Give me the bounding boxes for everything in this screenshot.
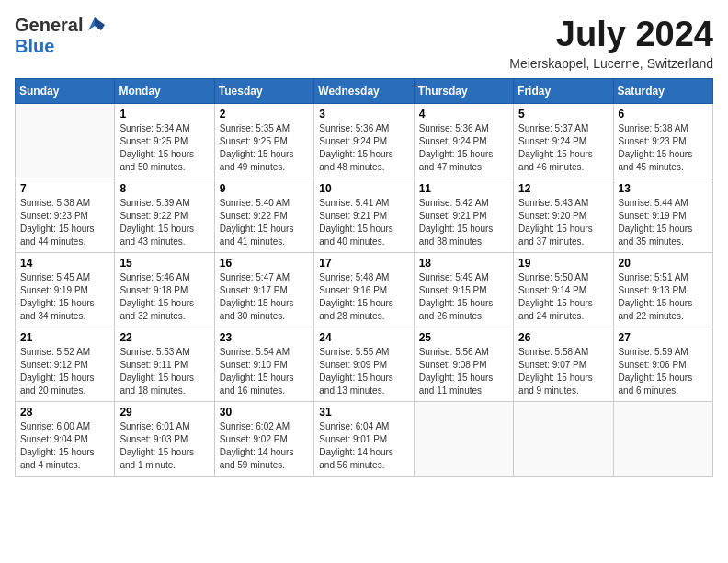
calendar-cell [514, 402, 613, 477]
weekday-friday: Friday [514, 79, 613, 104]
day-info: Sunrise: 5:44 AMSunset: 9:19 PMDaylight:… [619, 197, 708, 248]
day-number: 27 [619, 331, 708, 344]
day-number: 25 [419, 331, 508, 344]
day-number: 9 [220, 182, 309, 195]
calendar-cell: 13Sunrise: 5:44 AMSunset: 9:19 PMDayligh… [613, 178, 712, 253]
day-info: Sunrise: 5:56 AMSunset: 9:08 PMDaylight:… [419, 346, 508, 397]
weekday-tuesday: Tuesday [214, 79, 313, 104]
calendar-cell: 8Sunrise: 5:39 AMSunset: 9:22 PMDaylight… [115, 178, 214, 253]
day-info: Sunrise: 5:49 AMSunset: 9:15 PMDaylight:… [419, 271, 508, 323]
calendar-cell: 22Sunrise: 5:53 AMSunset: 9:11 PMDayligh… [115, 327, 214, 402]
calendar-cell: 9Sunrise: 5:40 AMSunset: 9:22 PMDaylight… [214, 178, 313, 253]
calendar-table: Sunday Monday Tuesday Wednesday Thursday… [15, 78, 713, 477]
calendar-body: 1Sunrise: 5:34 AMSunset: 9:25 PMDaylight… [16, 104, 713, 477]
calendar-cell: 11Sunrise: 5:42 AMSunset: 9:21 PMDayligh… [414, 178, 513, 253]
day-info: Sunrise: 5:42 AMSunset: 9:21 PMDaylight:… [419, 197, 508, 248]
day-number: 3 [319, 108, 408, 121]
day-number: 28 [20, 406, 109, 419]
day-info: Sunrise: 5:59 AMSunset: 9:06 PMDaylight:… [619, 346, 708, 397]
day-info: Sunrise: 5:52 AMSunset: 9:12 PMDaylight:… [20, 346, 109, 397]
page-header: General Blue July 2024 Meierskappel, Luc… [15, 15, 713, 71]
day-number: 26 [518, 331, 608, 344]
location-text: Meierskappel, Lucerne, Switzerland [509, 56, 713, 71]
day-number: 24 [319, 331, 408, 344]
day-number: 2 [220, 108, 309, 121]
day-number: 31 [319, 406, 408, 419]
calendar-cell [414, 402, 513, 477]
calendar-cell: 1Sunrise: 5:34 AMSunset: 9:25 PMDaylight… [115, 104, 214, 178]
day-info: Sunrise: 5:50 AMSunset: 9:14 PMDaylight:… [518, 271, 608, 323]
day-info: Sunrise: 5:48 AMSunset: 9:16 PMDaylight:… [319, 271, 408, 323]
day-number: 7 [20, 182, 109, 195]
day-info: Sunrise: 5:43 AMSunset: 9:20 PMDaylight:… [518, 197, 608, 248]
day-info: Sunrise: 6:04 AMSunset: 9:01 PMDaylight:… [319, 420, 408, 472]
calendar-cell: 30Sunrise: 6:02 AMSunset: 9:02 PMDayligh… [214, 402, 313, 477]
day-number: 21 [20, 331, 109, 344]
day-number: 5 [518, 108, 608, 121]
calendar-cell: 19Sunrise: 5:50 AMSunset: 9:14 PMDayligh… [514, 253, 613, 327]
calendar-cell: 2Sunrise: 5:35 AMSunset: 9:25 PMDaylight… [214, 104, 313, 178]
calendar-cell: 26Sunrise: 5:58 AMSunset: 9:07 PMDayligh… [514, 327, 613, 402]
day-number: 18 [419, 257, 508, 270]
calendar-cell: 10Sunrise: 5:41 AMSunset: 9:21 PMDayligh… [314, 178, 414, 253]
weekday-saturday: Saturday [613, 79, 712, 104]
day-number: 19 [518, 257, 608, 270]
day-info: Sunrise: 5:36 AMSunset: 9:24 PMDaylight:… [419, 122, 508, 174]
calendar-cell: 23Sunrise: 5:54 AMSunset: 9:10 PMDayligh… [214, 327, 313, 402]
calendar-cell: 31Sunrise: 6:04 AMSunset: 9:01 PMDayligh… [314, 402, 414, 477]
logo-blue-text: Blue [15, 36, 54, 56]
day-info: Sunrise: 5:58 AMSunset: 9:07 PMDaylight:… [518, 346, 608, 397]
day-info: Sunrise: 5:53 AMSunset: 9:11 PMDaylight:… [119, 346, 209, 397]
calendar-cell: 20Sunrise: 5:51 AMSunset: 9:13 PMDayligh… [613, 253, 712, 327]
logo-bird-icon [85, 16, 105, 32]
day-info: Sunrise: 5:41 AMSunset: 9:21 PMDaylight:… [319, 197, 408, 248]
calendar-cell: 6Sunrise: 5:38 AMSunset: 9:23 PMDaylight… [613, 104, 712, 178]
calendar-cell: 7Sunrise: 5:38 AMSunset: 9:23 PMDaylight… [16, 178, 115, 253]
calendar-cell: 12Sunrise: 5:43 AMSunset: 9:20 PMDayligh… [514, 178, 613, 253]
day-info: Sunrise: 5:40 AMSunset: 9:22 PMDaylight:… [220, 197, 309, 248]
day-number: 16 [220, 257, 309, 270]
day-info: Sunrise: 5:54 AMSunset: 9:10 PMDaylight:… [220, 346, 309, 397]
logo: General Blue [15, 15, 105, 57]
day-number: 8 [119, 182, 209, 195]
day-info: Sunrise: 5:47 AMSunset: 9:17 PMDaylight:… [220, 271, 309, 323]
day-number: 6 [619, 108, 708, 121]
day-info: Sunrise: 5:45 AMSunset: 9:19 PMDaylight:… [20, 271, 109, 323]
calendar-cell: 5Sunrise: 5:37 AMSunset: 9:24 PMDaylight… [514, 104, 613, 178]
calendar-cell: 15Sunrise: 5:46 AMSunset: 9:18 PMDayligh… [115, 253, 214, 327]
day-info: Sunrise: 5:51 AMSunset: 9:13 PMDaylight:… [619, 271, 708, 323]
calendar-cell: 4Sunrise: 5:36 AMSunset: 9:24 PMDaylight… [414, 104, 513, 178]
weekday-wednesday: Wednesday [314, 79, 414, 104]
calendar-cell [613, 402, 712, 477]
calendar-cell: 3Sunrise: 5:36 AMSunset: 9:24 PMDaylight… [314, 104, 414, 178]
day-info: Sunrise: 5:46 AMSunset: 9:18 PMDaylight:… [119, 271, 209, 323]
day-info: Sunrise: 5:38 AMSunset: 9:23 PMDaylight:… [619, 122, 708, 174]
calendar-cell: 29Sunrise: 6:01 AMSunset: 9:03 PMDayligh… [115, 402, 214, 477]
calendar-cell: 28Sunrise: 6:00 AMSunset: 9:04 PMDayligh… [16, 402, 115, 477]
day-number: 1 [119, 108, 209, 121]
day-info: Sunrise: 5:55 AMSunset: 9:09 PMDaylight:… [319, 346, 408, 397]
calendar-cell: 17Sunrise: 5:48 AMSunset: 9:16 PMDayligh… [314, 253, 414, 327]
month-title: July 2024 [509, 15, 713, 54]
calendar-cell: 25Sunrise: 5:56 AMSunset: 9:08 PMDayligh… [414, 327, 513, 402]
day-info: Sunrise: 5:37 AMSunset: 9:24 PMDaylight:… [518, 122, 608, 174]
weekday-thursday: Thursday [414, 79, 513, 104]
svg-marker-1 [95, 17, 105, 30]
weekday-monday: Monday [115, 79, 214, 104]
calendar-cell: 14Sunrise: 5:45 AMSunset: 9:19 PMDayligh… [16, 253, 115, 327]
day-number: 11 [419, 182, 508, 195]
day-number: 10 [319, 182, 408, 195]
day-info: Sunrise: 5:38 AMSunset: 9:23 PMDaylight:… [20, 197, 109, 248]
calendar-header: Sunday Monday Tuesday Wednesday Thursday… [16, 79, 713, 104]
day-number: 12 [518, 182, 608, 195]
day-number: 15 [119, 257, 209, 270]
calendar-cell: 24Sunrise: 5:55 AMSunset: 9:09 PMDayligh… [314, 327, 414, 402]
calendar-cell [16, 104, 115, 178]
day-info: Sunrise: 5:34 AMSunset: 9:25 PMDaylight:… [119, 122, 209, 174]
calendar-cell: 27Sunrise: 5:59 AMSunset: 9:06 PMDayligh… [613, 327, 712, 402]
calendar-cell: 16Sunrise: 5:47 AMSunset: 9:17 PMDayligh… [214, 253, 313, 327]
day-number: 14 [20, 257, 109, 270]
calendar-cell: 21Sunrise: 5:52 AMSunset: 9:12 PMDayligh… [16, 327, 115, 402]
day-number: 4 [419, 108, 508, 121]
day-info: Sunrise: 6:00 AMSunset: 9:04 PMDaylight:… [20, 420, 109, 472]
